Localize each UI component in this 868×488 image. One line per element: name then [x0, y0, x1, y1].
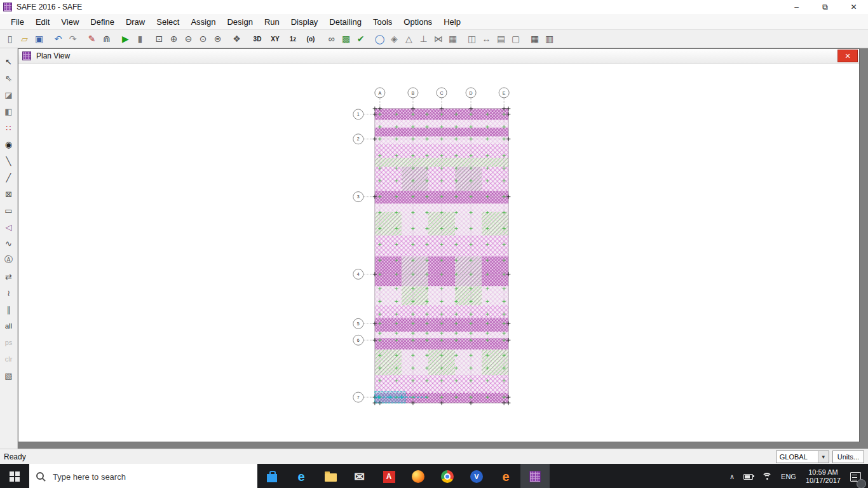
view-xy-icon[interactable]: XY — [266, 31, 284, 46]
draw-beam-icon[interactable]: ╲ — [1, 152, 17, 169]
search-icon — [36, 472, 46, 482]
units-button[interactable]: Units... — [832, 451, 864, 463]
menu-define[interactable]: Define — [85, 14, 120, 29]
close-button[interactable]: ✕ — [839, 0, 868, 14]
reshape-object-icon[interactable]: ⇖ — [1, 70, 17, 86]
search-input[interactable] — [51, 471, 232, 482]
safe-app-icon — [3, 3, 12, 11]
tray-chevron-up-icon[interactable]: ∧ — [725, 464, 739, 488]
menu-select[interactable]: Select — [151, 14, 185, 29]
zoom-in-icon[interactable]: ⊕ — [166, 31, 181, 46]
toolbar-separator — [320, 30, 324, 48]
section-document-icon[interactable]: ▤ — [494, 31, 508, 46]
dimension-icon[interactable]: ↔ — [479, 31, 494, 46]
safe-app-icon[interactable] — [520, 464, 550, 488]
draw-dimension-icon[interactable]: ⇄ — [1, 268, 17, 285]
pan-icon[interactable]: ❖ — [229, 31, 244, 46]
zoom-out-icon[interactable]: ⊖ — [181, 31, 196, 46]
snap-intersections-icon[interactable]: ⊥ — [416, 31, 431, 46]
menu-draw[interactable]: Draw — [120, 14, 151, 29]
rubber-band-zoom-icon[interactable]: ⊡ — [152, 31, 166, 46]
show-selection-only-icon[interactable]: ▧ — [1, 367, 17, 384]
mail-icon[interactable]: ✉ — [345, 464, 374, 488]
microsoft-store-icon[interactable] — [257, 464, 287, 488]
snap-perpendicular-icon[interactable]: ⋈ — [431, 31, 445, 46]
snap-grid-icon[interactable]: ◫ — [465, 31, 479, 46]
run-detailing-icon[interactable]: ▮ — [133, 31, 147, 46]
firefox-icon[interactable] — [403, 464, 433, 488]
draw-opening-icon[interactable]: ▭ — [1, 202, 17, 219]
minimize-button[interactable]: – — [782, 0, 811, 14]
maximize-button[interactable]: ⧉ — [811, 0, 839, 14]
coordinate-system-dropdown[interactable]: GLOBAL ▾ — [776, 451, 829, 463]
blue-v-app-icon[interactable]: V — [462, 464, 491, 488]
adobe-acrobat-icon[interactable]: A — [374, 464, 403, 488]
mdi-background: Plan View ✕ ABCDE1234567 — [18, 48, 868, 449]
draw-design-strip-icon[interactable]: ∿ — [1, 235, 17, 252]
wifi-icon[interactable] — [757, 464, 776, 488]
snap-midpoints-icon[interactable]: △ — [402, 31, 416, 46]
show-tables-icon[interactable]: ▦ — [527, 31, 542, 46]
menu-design[interactable]: Design — [221, 14, 258, 29]
redo-icon[interactable]: ↷ — [65, 31, 80, 46]
check-refresh-icon[interactable]: ✔ — [353, 31, 368, 46]
open-model-icon[interactable]: ▱ — [17, 31, 32, 46]
toolbar-separator — [114, 30, 118, 48]
draw-wall-icon[interactable]: ◁ — [1, 219, 17, 235]
view-3d-icon[interactable]: 3D — [248, 31, 266, 46]
menu-edit[interactable]: Edit — [30, 14, 55, 29]
snap-lines-icon[interactable]: ▦ — [445, 31, 460, 46]
menu-assign[interactable]: Assign — [185, 14, 221, 29]
menu-view[interactable]: View — [55, 14, 85, 29]
system-tray: ∧ ENG 10:59 AM 10/17/2017 — [725, 464, 868, 488]
internet-explorer-icon[interactable]: e — [491, 464, 520, 488]
start-button[interactable] — [0, 464, 29, 488]
run-analysis-icon[interactable]: ▶ — [118, 31, 133, 46]
menu-run[interactable]: Run — [259, 14, 285, 29]
plan-view-canvas[interactable]: ABCDE1234567 — [18, 64, 859, 442]
side-toolbar: ↖⇖◪◧∷◉╲╱⊠▭◁∿Ⓐ⇄≀∥allpsclr▧ — [0, 48, 18, 449]
draw-column-icon[interactable]: ◉ — [1, 136, 17, 152]
save-model-icon[interactable]: ▣ — [32, 31, 46, 46]
select-region-icon[interactable]: ▢ — [508, 31, 523, 46]
quick-draw-slab-icon[interactable]: ∷ — [1, 119, 17, 136]
undo-icon[interactable]: ↶ — [51, 31, 65, 46]
taskbar-clock[interactable]: 10:59 AM 10/17/2017 — [801, 468, 846, 485]
select-arrow-icon[interactable]: ↖ — [1, 53, 17, 70]
language-indicator[interactable]: ENG — [776, 464, 801, 488]
menu-tools[interactable]: Tools — [367, 14, 398, 29]
chrome-icon[interactable] — [433, 464, 462, 488]
battery-icon[interactable] — [739, 464, 757, 488]
restore-full-view-icon[interactable]: ⊙ — [196, 31, 210, 46]
taskbar-search[interactable] — [29, 464, 257, 488]
quick-draw-beam-icon[interactable]: ╱ — [1, 169, 17, 186]
menu-detailing[interactable]: Detailing — [323, 14, 367, 29]
menu-file[interactable]: File — [5, 14, 30, 29]
set-display-options-icon[interactable]: ▩ — [339, 31, 353, 46]
lock-model-icon[interactable]: ⋒ — [99, 31, 114, 46]
rotate-view-icon[interactable]: (o) — [302, 31, 320, 46]
snap-points-icon[interactable]: ◯ — [372, 31, 387, 46]
draw-rectangular-slab-icon[interactable]: ◧ — [1, 103, 17, 119]
edge-icon[interactable]: e — [287, 464, 316, 488]
draw-section-cut-icon[interactable]: ≀ — [1, 285, 17, 301]
select-all-button[interactable]: all — [1, 318, 17, 334]
draw-slab-icon[interactable]: ◪ — [1, 86, 17, 103]
previous-zoom-icon[interactable]: ⊜ — [210, 31, 225, 46]
view-xz-icon[interactable]: 1z — [284, 31, 302, 46]
menu-help[interactable]: Help — [438, 14, 466, 29]
menu-options[interactable]: Options — [398, 14, 438, 29]
perspective-glasses-icon[interactable]: ∞ — [324, 31, 339, 46]
snap-ends-icon[interactable]: ◈ — [387, 31, 402, 46]
file-explorer-icon[interactable] — [316, 464, 345, 488]
draw-tendon-icon[interactable]: ⊠ — [1, 186, 17, 202]
report-book-icon[interactable]: ▥ — [542, 31, 557, 46]
previous-selection-button: ps — [1, 334, 17, 351]
new-model-icon[interactable]: ▯ — [3, 31, 17, 46]
draw-text-icon[interactable]: Ⓐ — [1, 252, 17, 268]
plan-view-close-button[interactable]: ✕ — [837, 50, 858, 62]
edit-pencil-icon[interactable]: ✎ — [85, 31, 99, 46]
menu-display[interactable]: Display — [285, 14, 324, 29]
draw-slab-rebar-icon[interactable]: ∥ — [1, 301, 17, 318]
chevron-down-icon[interactable]: ▾ — [818, 451, 829, 463]
